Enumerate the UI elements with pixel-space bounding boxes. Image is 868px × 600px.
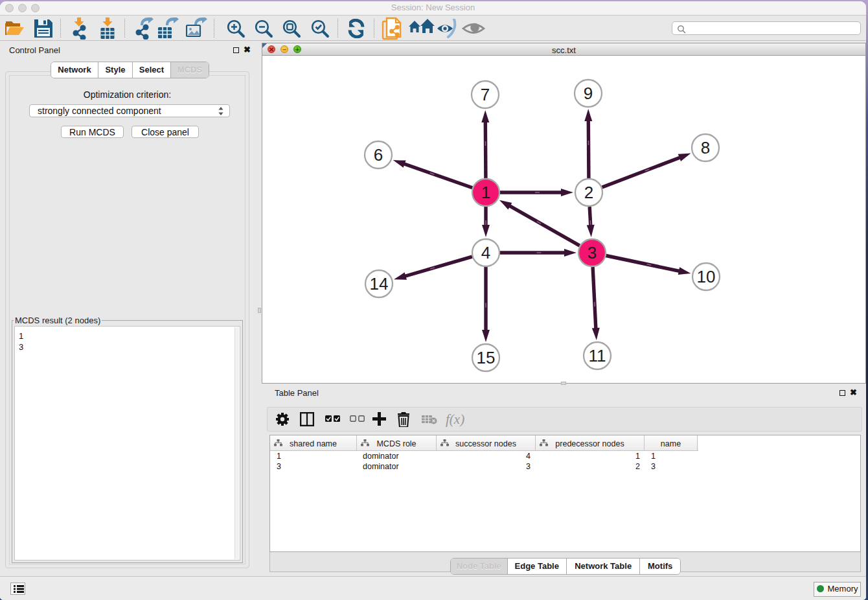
svg-text:14: 14 <box>370 274 389 294</box>
svg-text:4: 4 <box>481 243 490 262</box>
svg-text:1: 1 <box>481 183 490 202</box>
svg-text:8: 8 <box>701 138 710 157</box>
svg-text:7: 7 <box>481 85 490 104</box>
svg-text:2: 2 <box>584 183 593 202</box>
svg-text:9: 9 <box>584 84 593 103</box>
svg-text:11: 11 <box>589 346 606 365</box>
svg-text:10: 10 <box>697 267 716 286</box>
svg-text:6: 6 <box>374 145 383 165</box>
svg-text:3: 3 <box>588 243 597 262</box>
svg-text:15: 15 <box>477 348 496 367</box>
